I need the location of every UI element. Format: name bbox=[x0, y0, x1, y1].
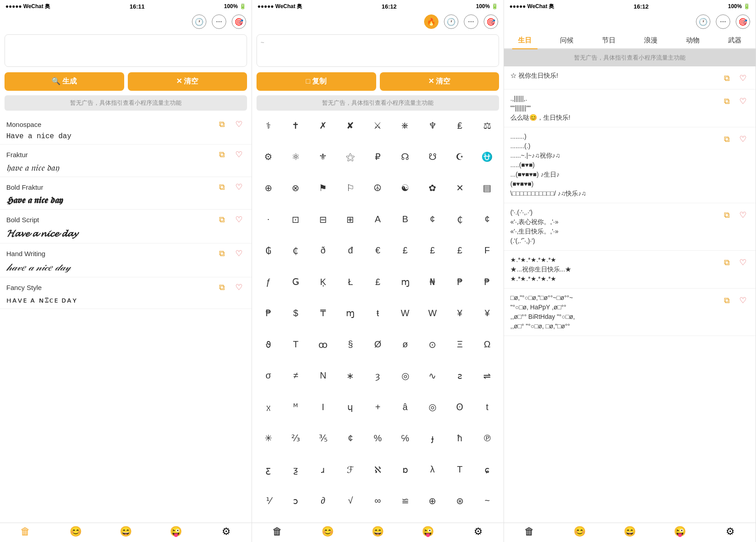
clock-icon-2[interactable]: 🕐 bbox=[444, 14, 458, 29]
symbol-cell[interactable]: N bbox=[309, 364, 337, 387]
symbol-cell[interactable]: ħ bbox=[446, 427, 474, 449]
symbol-cell[interactable]: ₲ bbox=[255, 239, 282, 262]
nav-emoji3-3[interactable]: 😜 bbox=[655, 526, 705, 537]
symbol-cell[interactable]: ⊞ bbox=[337, 208, 364, 231]
symbol-cell[interactable]: ϑ bbox=[255, 333, 282, 356]
symbol-cell[interactable]: ~ bbox=[473, 490, 501, 512]
symbol-cell[interactable]: ɕ bbox=[473, 458, 501, 481]
symbol-cell[interactable]: ⚔ bbox=[364, 114, 392, 137]
symbol-cell[interactable]: ₦ bbox=[419, 271, 446, 293]
symbol-cell[interactable]: ⊗ bbox=[282, 177, 310, 199]
nav-emoji1-2[interactable]: 😊 bbox=[302, 526, 352, 537]
symbol-cell[interactable]: ∂ bbox=[309, 490, 337, 512]
symbol-cell[interactable]: § bbox=[337, 333, 364, 356]
symbol-cell[interactable]: € bbox=[364, 239, 392, 262]
nav-emoji3-1[interactable]: 😜 bbox=[151, 526, 201, 537]
symbol-cell[interactable]: ₱ bbox=[446, 271, 474, 293]
symbol-cell[interactable]: ☮ bbox=[364, 177, 392, 199]
symbol-cell[interactable]: ¢ bbox=[337, 427, 364, 449]
symbol-cell[interactable]: ⊛ bbox=[446, 490, 474, 512]
symbol-cell[interactable]: ¥ bbox=[473, 302, 501, 324]
clear-button-2[interactable]: ✕ 清空 bbox=[380, 72, 499, 91]
copy-icon-fancy-style[interactable]: ⧉ bbox=[215, 281, 228, 294]
symbol-cell[interactable]: ☋ bbox=[419, 145, 446, 168]
symbol-cell[interactable]: ✳ bbox=[255, 427, 282, 449]
nav-emoji1-3[interactable]: 😊 bbox=[554, 526, 604, 537]
target-icon-1[interactable]: 🎯 bbox=[232, 14, 246, 29]
symbol-cell[interactable]: ⚜ bbox=[309, 145, 337, 168]
heart-icon-bold-script[interactable]: ♡ bbox=[233, 213, 245, 226]
text-input-1[interactable] bbox=[5, 34, 247, 67]
symbol-cell[interactable]: ₱ bbox=[473, 271, 501, 293]
heart-icon-t1[interactable]: ♡ bbox=[737, 72, 749, 84]
symbol-cell[interactable]: Ω bbox=[473, 333, 501, 356]
symbol-cell[interactable]: ɒ bbox=[392, 458, 419, 481]
symbol-cell[interactable]: ɹ bbox=[309, 458, 337, 481]
symbol-cell[interactable]: ¢ bbox=[473, 208, 501, 231]
clear-button-1[interactable]: ✕ 清空 bbox=[128, 72, 247, 91]
symbol-cell[interactable]: ƹ bbox=[255, 458, 282, 481]
nav-emoji2-2[interactable]: 😄 bbox=[353, 526, 403, 537]
symbol-cell[interactable]: ◎ bbox=[419, 396, 446, 418]
copy-icon-t2[interactable]: ⧉ bbox=[720, 95, 733, 107]
symbol-cell[interactable]: đ bbox=[337, 239, 364, 262]
symbol-cell[interactable]: ⚝ bbox=[337, 145, 364, 168]
symbol-cell[interactable]: ¢ bbox=[419, 208, 446, 231]
tab-greeting[interactable]: 问候 bbox=[546, 32, 588, 48]
symbol-cell[interactable]: ✕ bbox=[446, 177, 474, 199]
symbol-cell[interactable]: σ bbox=[255, 364, 282, 387]
symbol-cell[interactable]: ☪ bbox=[446, 145, 474, 168]
symbol-cell[interactable]: ₤ bbox=[446, 114, 474, 137]
symbol-cell[interactable]: I bbox=[309, 396, 337, 418]
symbol-cell[interactable]: W bbox=[419, 302, 446, 324]
symbol-cell[interactable]: Ǥ bbox=[282, 271, 310, 293]
symbol-cell[interactable]: ∿ bbox=[419, 364, 446, 387]
symbol-cell[interactable]: ⅔ bbox=[282, 427, 310, 449]
symbol-cell[interactable]: ʘ bbox=[446, 396, 474, 418]
generate-button[interactable]: 🔍 生成 bbox=[5, 72, 124, 91]
symbol-cell[interactable]: ⚐ bbox=[337, 177, 364, 199]
symbol-cell[interactable]: ꭓ bbox=[255, 396, 282, 418]
symbol-cell[interactable]: ƨ bbox=[446, 364, 474, 387]
symbol-cell[interactable]: ≌ bbox=[392, 490, 419, 512]
symbol-cell[interactable]: ☯ bbox=[392, 177, 419, 199]
symbol-cell[interactable]: ₸ bbox=[309, 302, 337, 324]
heart-icon-bold-fraktur[interactable]: ♡ bbox=[233, 181, 245, 193]
symbol-cell[interactable]: ⚙ bbox=[255, 145, 282, 168]
symbol-cell[interactable]: + bbox=[364, 396, 392, 418]
symbol-cell[interactable]: £ bbox=[364, 271, 392, 293]
symbol-cell[interactable]: B bbox=[392, 208, 419, 231]
copy-icon-t4[interactable]: ⧉ bbox=[720, 209, 733, 221]
copy-icon-hand-writing[interactable]: ⧉ bbox=[215, 247, 228, 260]
symbol-cell[interactable]: ⚛ bbox=[282, 145, 310, 168]
symbol-cell[interactable]: ⛯ bbox=[392, 114, 419, 137]
target-icon-3[interactable]: 🎯 bbox=[736, 14, 750, 29]
symbol-cell[interactable]: Ł bbox=[337, 271, 364, 293]
symbol-cell[interactable]: ɟ bbox=[419, 427, 446, 449]
heart-icon-t6[interactable]: ♡ bbox=[737, 294, 749, 307]
symbol-cell[interactable]: ᴹ bbox=[282, 396, 310, 418]
symbol-cell[interactable]: ⇌ bbox=[473, 364, 501, 387]
symbol-cell[interactable]: ∞ bbox=[364, 490, 392, 512]
symbol-cell[interactable]: ✘ bbox=[337, 114, 364, 137]
symbol-cell[interactable]: ⋅ bbox=[255, 208, 282, 231]
clock-icon-3[interactable]: 🕐 bbox=[696, 14, 710, 29]
symbol-cell[interactable]: ♆ bbox=[419, 114, 446, 137]
copy-icon-bold-script[interactable]: ⧉ bbox=[215, 213, 228, 226]
symbol-cell[interactable]: ◎ bbox=[392, 364, 419, 387]
symbol-cell[interactable]: ℅ bbox=[392, 427, 419, 449]
symbol-cell[interactable]: ð bbox=[309, 239, 337, 262]
symbol-cell[interactable]: £ bbox=[419, 239, 446, 262]
symbol-cell[interactable]: √ bbox=[337, 490, 364, 512]
heart-icon-t5[interactable]: ♡ bbox=[737, 256, 749, 269]
symbol-cell[interactable]: W bbox=[392, 302, 419, 324]
heart-icon-t2[interactable]: ♡ bbox=[737, 95, 749, 107]
nav-emoji2-1[interactable]: 😄 bbox=[101, 526, 151, 537]
heart-icon-fancy-style[interactable]: ♡ bbox=[233, 281, 245, 294]
heart-icon-monospace[interactable]: ♡ bbox=[233, 118, 245, 131]
tab-holiday[interactable]: 节日 bbox=[588, 32, 630, 48]
symbol-cell[interactable]: ɱ bbox=[337, 302, 364, 324]
symbol-cell[interactable]: ⚑ bbox=[309, 177, 337, 199]
heart-icon-fraktur[interactable]: ♡ bbox=[233, 148, 245, 161]
text-input-2[interactable]: ~ bbox=[257, 34, 499, 67]
